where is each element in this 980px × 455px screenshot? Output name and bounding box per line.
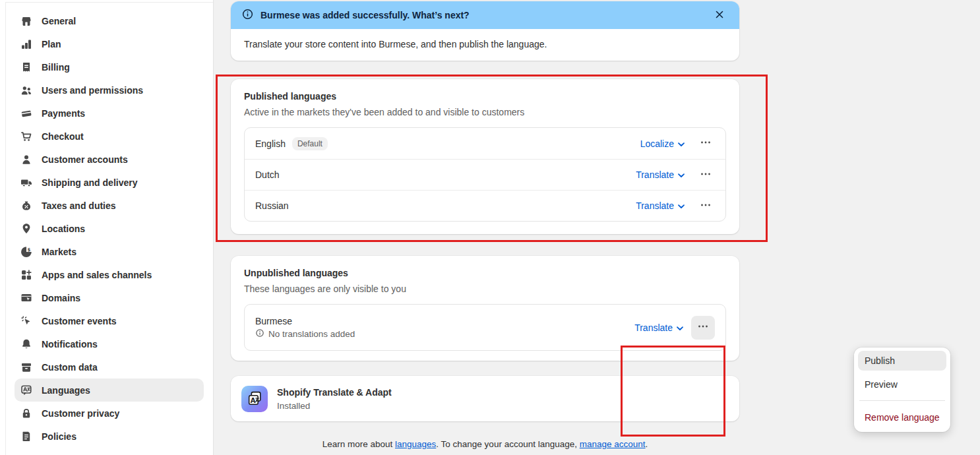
settings-languages-screen: General Plan Billing Users and permissio… (0, 0, 980, 455)
svg-text:A: A (250, 397, 255, 404)
sidebar-item-customer-events[interactable]: Customer events (15, 309, 204, 332)
action-label: Translate (636, 169, 674, 180)
plan-chart-icon (20, 38, 33, 51)
markets-globe-icon: $ (20, 245, 33, 258)
language-context-menu: Publish Preview Remove language (854, 348, 950, 432)
unpublished-languages-subtitle: These languages are only visible to you (244, 282, 726, 295)
notifications-bell-icon (20, 338, 33, 351)
privacy-lock-icon (20, 407, 33, 420)
sidebar-item-label: Domains (42, 293, 80, 303)
policies-document-icon (20, 430, 33, 443)
overflow-menu-icon (700, 168, 712, 182)
action-label: Localize (640, 138, 674, 149)
overflow-menu-button[interactable] (696, 166, 715, 184)
sidebar-item-policies[interactable]: Policies (15, 425, 204, 448)
footer-text: Learn more about (322, 439, 395, 449)
menu-item-remove-language[interactable]: Remove language (858, 408, 946, 427)
chevron-down-icon (678, 138, 685, 149)
footer-text: . (646, 439, 648, 449)
app-status: Installed (277, 401, 392, 411)
published-languages-list: English Default Localize (244, 127, 726, 222)
menu-item-preview[interactable]: Preview (858, 375, 946, 394)
settings-sidebar: General Plan Billing Users and permissio… (0, 0, 214, 455)
banner-close-button[interactable] (710, 6, 729, 24)
checkout-cart-icon (20, 130, 33, 143)
sidebar-item-plan[interactable]: Plan (15, 32, 204, 55)
sidebar-item-label: Languages (42, 385, 90, 396)
unpublished-languages-title: Unpublished languages (244, 266, 726, 280)
languages-link[interactable]: languages (395, 439, 436, 449)
sidebar-item-custom-data[interactable]: Custom data (15, 355, 204, 379)
sidebar-item-customer-privacy[interactable]: Customer privacy (15, 402, 204, 425)
sidebar-item-languages[interactable]: Languages (15, 379, 204, 402)
taxes-moneybag-icon (20, 199, 33, 212)
sidebar-item-taxes-duties[interactable]: Taxes and duties (15, 194, 204, 217)
localize-button[interactable]: Localize (640, 138, 685, 149)
banner-title: Burmese was added successfully. What’s n… (260, 10, 470, 20)
svg-text:$: $ (28, 247, 31, 252)
unpublished-languages-card: Unpublished languages These languages ar… (231, 256, 739, 361)
app-title: Shopify Translate & Adapt (277, 387, 392, 398)
sidebar-item-label: Policies (42, 431, 77, 442)
users-icon (20, 84, 33, 97)
language-row-russian: Russian Translate (245, 190, 725, 221)
billing-receipt-icon (20, 61, 33, 74)
overflow-menu-button[interactable] (696, 197, 715, 215)
sidebar-item-markets[interactable]: $ Markets (15, 240, 204, 263)
sidebar-item-payments[interactable]: Payments (15, 102, 204, 125)
sidebar-item-apps-sales-channels[interactable]: Apps and sales channels (15, 263, 204, 286)
customer-events-cursor-icon (20, 315, 33, 328)
manage-account-link[interactable]: manage account (580, 439, 646, 449)
default-badge: Default (292, 137, 328, 150)
language-note: No translations added (255, 328, 355, 340)
chevron-down-icon (677, 322, 683, 333)
sidebar-item-shipping-delivery[interactable]: Shipping and delivery (15, 171, 204, 194)
sidebar-item-label: Customer accounts (42, 154, 128, 165)
sidebar-item-label: Payments (42, 108, 85, 119)
sidebar-item-label: Plan (42, 39, 61, 49)
success-banner: Burmese was added successfully. What’s n… (231, 1, 739, 61)
info-icon (255, 328, 264, 340)
translate-button[interactable]: Translate (634, 322, 683, 333)
sidebar-item-label: Apps and sales channels (42, 270, 152, 280)
translate-adapt-app-card[interactable]: A Shopify Translate & Adapt Installed (231, 376, 739, 421)
sidebar-item-general[interactable]: General (15, 9, 204, 32)
overflow-menu-button-open[interactable] (691, 316, 715, 340)
banner-body-text: Translate your store content into Burmes… (231, 29, 739, 61)
translate-button[interactable]: Translate (636, 200, 685, 211)
language-name: Dutch (255, 169, 280, 180)
menu-item-publish[interactable]: Publish (858, 351, 946, 371)
action-label: Translate (636, 200, 674, 211)
sidebar-item-domains[interactable]: Domains (15, 286, 204, 309)
overflow-menu-icon (697, 320, 709, 334)
sidebar-item-notifications[interactable]: Notifications (15, 332, 204, 355)
sidebar-item-customer-accounts[interactable]: Customer accounts (15, 148, 204, 171)
translate-adapt-app-icon: A (241, 386, 268, 412)
sidebar-item-checkout[interactable]: Checkout (15, 125, 204, 148)
language-name: Burmese (255, 316, 355, 326)
close-icon (714, 9, 725, 22)
note-text: No translations added (268, 329, 355, 339)
domains-window-icon (20, 291, 33, 305)
overflow-menu-button[interactable] (696, 135, 715, 153)
overflow-menu-icon (700, 136, 712, 150)
sidebar-item-users-permissions[interactable]: Users and permissions (15, 78, 204, 102)
language-row-english: English Default Localize (245, 128, 725, 159)
sidebar-item-label: Checkout (42, 131, 84, 142)
action-label: Translate (634, 322, 673, 333)
languages-icon (20, 384, 33, 397)
main-content: Burmese was added successfully. What’s n… (231, 0, 739, 455)
translate-button[interactable]: Translate (636, 169, 685, 180)
sidebar-item-locations[interactable]: Locations (15, 217, 204, 240)
sidebar-item-label: Custom data (42, 362, 98, 373)
overflow-menu-icon (700, 199, 712, 213)
language-name: English (255, 138, 286, 149)
banner-header: Burmese was added successfully. What’s n… (231, 1, 739, 29)
footer-text: . To change your account language, (436, 439, 579, 449)
sidebar-item-label: Taxes and duties (42, 200, 116, 211)
sidebar-item-billing[interactable]: Billing (15, 55, 204, 78)
chevron-down-icon (678, 169, 685, 180)
payments-card-icon (20, 107, 33, 120)
info-icon (241, 8, 254, 23)
sidebar-item-label: Users and permissions (42, 85, 143, 96)
